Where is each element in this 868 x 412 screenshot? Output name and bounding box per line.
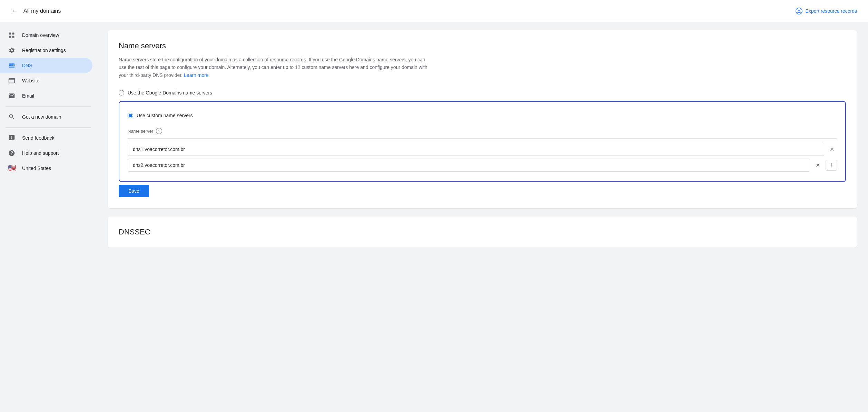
export-icon (795, 7, 803, 15)
help-icon (8, 150, 15, 157)
main-layout: Domain overview Registration settings (0, 22, 868, 412)
ns1-clear-button[interactable]: ✕ (827, 145, 837, 154)
ns1-input-row: ✕ (128, 143, 837, 156)
ns-help-icon[interactable]: ? (156, 128, 162, 134)
svg-point-8 (13, 64, 14, 64)
ns2-input[interactable] (128, 159, 810, 172)
name-servers-card: Name servers Name servers store the conf… (108, 30, 857, 208)
sidebar-label-website: Website (22, 78, 39, 83)
sidebar-label-domain-overview: Domain overview (22, 32, 59, 38)
dns-icon (8, 62, 15, 69)
email-icon (8, 92, 15, 99)
export-resource-records-button[interactable]: Export resource records (795, 7, 857, 15)
option-google-label: Use the Google Domains name servers (128, 90, 212, 96)
dnssec-card: DNSSEC (108, 217, 857, 248)
radio-google[interactable] (119, 90, 124, 96)
gear-icon (8, 47, 15, 54)
svg-rect-1 (9, 33, 11, 35)
save-button[interactable]: Save (119, 185, 149, 197)
sidebar-item-domain-overview[interactable]: Domain overview (0, 28, 92, 43)
sidebar-label-registration-settings: Registration settings (22, 48, 66, 53)
sidebar-divider-2 (6, 127, 91, 128)
name-servers-title: Name servers (119, 41, 846, 50)
sidebar-item-help-support[interactable]: Help and support (0, 145, 92, 161)
website-icon (8, 77, 15, 84)
learn-more-link[interactable]: Learn more (184, 72, 209, 78)
content-area: Name servers Name servers store the conf… (97, 22, 868, 412)
sidebar-label-help-support: Help and support (22, 150, 59, 156)
ns-divider (128, 138, 837, 139)
sidebar-item-email[interactable]: Email (0, 88, 92, 103)
back-arrow-icon: ← (11, 7, 18, 15)
sidebar-label-dns: DNS (22, 63, 32, 68)
sidebar-label-get-new-domain: Get a new domain (22, 114, 61, 120)
sidebar: Domain overview Registration settings (0, 22, 97, 412)
all-domains-label: All my domains (23, 8, 61, 14)
feedback-icon (8, 134, 15, 141)
export-label: Export resource records (806, 8, 857, 14)
sidebar-item-united-states[interactable]: 🇺🇸 United States (0, 161, 92, 176)
flag-icon: 🇺🇸 (8, 165, 15, 172)
sidebar-item-website[interactable]: Website (0, 73, 92, 88)
svg-rect-7 (9, 67, 15, 68)
svg-rect-11 (9, 78, 15, 79)
ns1-input[interactable] (128, 143, 824, 156)
ns2-clear-button[interactable]: ✕ (813, 161, 823, 170)
grid-icon (8, 32, 15, 39)
sidebar-label-send-feedback: Send feedback (22, 135, 54, 141)
back-nav[interactable]: ← All my domains (11, 7, 61, 15)
option-google-name-servers[interactable]: Use the Google Domains name servers (119, 86, 846, 100)
sidebar-divider-1 (6, 106, 91, 107)
svg-rect-4 (12, 36, 14, 38)
sidebar-item-dns[interactable]: DNS (0, 58, 92, 73)
svg-rect-2 (12, 33, 14, 35)
top-header: ← All my domains Export resource records (0, 0, 868, 22)
ns2-input-row: ✕ + (128, 159, 837, 172)
option-custom-label: Use custom name servers (137, 113, 193, 118)
search-icon (8, 113, 15, 120)
sidebar-item-registration-settings[interactable]: Registration settings (0, 43, 92, 58)
custom-name-servers-box: Use custom name servers Name server ? ✕ … (119, 101, 846, 182)
ns-add-button[interactable]: + (826, 160, 837, 171)
radio-custom[interactable] (128, 113, 133, 118)
sidebar-item-get-new-domain[interactable]: Get a new domain (0, 109, 92, 124)
sidebar-label-united-states: United States (22, 165, 51, 171)
ns-column-label: Name server (128, 129, 153, 134)
svg-point-9 (13, 66, 14, 66)
svg-rect-3 (9, 36, 11, 38)
option-custom-name-servers[interactable]: Use custom name servers (128, 109, 837, 122)
sidebar-label-email: Email (22, 93, 34, 99)
sidebar-item-send-feedback[interactable]: Send feedback (0, 130, 92, 145)
dnssec-title: DNSSEC (119, 228, 846, 237)
name-servers-description: Name servers store the configuration of … (119, 56, 429, 79)
ns-label-row: Name server ? (128, 128, 837, 134)
